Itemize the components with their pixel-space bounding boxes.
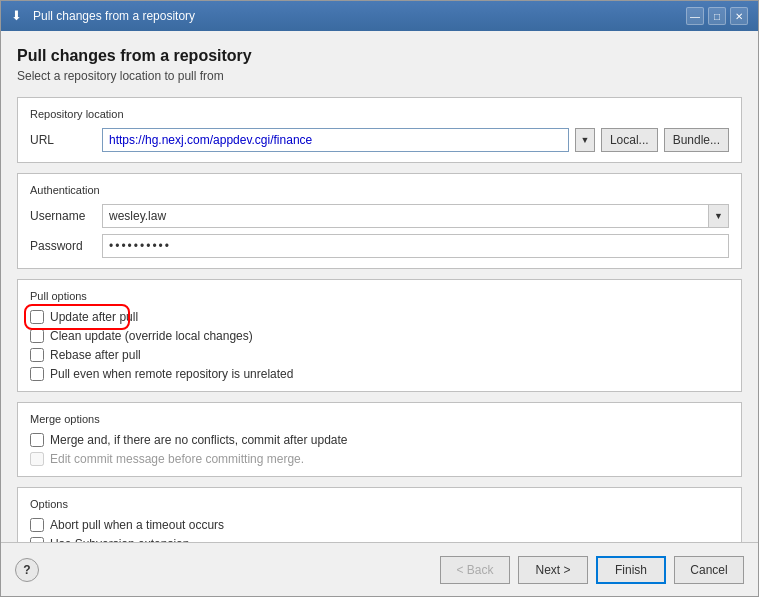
option-row-update-after-pull: Update after pull: [30, 310, 729, 324]
dialog-window: ⬇ Pull changes from a repository — □ ✕ P…: [0, 0, 759, 597]
option-row-abort-timeout: Abort pull when a timeout occurs: [30, 518, 729, 532]
authentication-section-label: Authentication: [30, 184, 729, 196]
url-input-wrapper: ▼ Local... Bundle...: [102, 128, 729, 152]
options-section-label: Options: [30, 498, 729, 510]
url-dropdown-button[interactable]: ▼: [575, 128, 595, 152]
repository-section: Repository location URL ▼ Local... Bundl…: [17, 97, 742, 163]
content-area: Repository location URL ▼ Local... Bundl…: [17, 97, 742, 542]
pull-options-section: Pull options Update after pull Clean upd…: [17, 279, 742, 392]
footer-right: < Back Next > Finish Cancel: [440, 556, 744, 584]
title-bar: ⬇ Pull changes from a repository — □ ✕: [1, 1, 758, 31]
title-bar-title: Pull changes from a repository: [33, 9, 195, 23]
finish-button[interactable]: Finish: [596, 556, 666, 584]
option-row-merge-commit: Merge and, if there are no conflicts, co…: [30, 433, 729, 447]
rebase-label: Rebase after pull: [50, 348, 141, 362]
abort-timeout-label: Abort pull when a timeout occurs: [50, 518, 224, 532]
password-input[interactable]: [102, 234, 729, 258]
update-after-pull-label: Update after pull: [50, 310, 138, 324]
footer-left: ?: [15, 558, 39, 582]
page-subtitle: Select a repository location to pull fro…: [17, 69, 742, 83]
username-label: Username: [30, 209, 102, 223]
clean-update-checkbox[interactable]: [30, 329, 44, 343]
title-bar-controls: — □ ✕: [686, 7, 748, 25]
option-row-clean-update: Clean update (override local changes): [30, 329, 729, 343]
merge-options-label: Merge options: [30, 413, 729, 425]
unrelated-checkbox[interactable]: [30, 367, 44, 381]
bundle-button[interactable]: Bundle...: [664, 128, 729, 152]
maximize-button[interactable]: □: [708, 7, 726, 25]
page-title: Pull changes from a repository: [17, 47, 742, 65]
username-dropdown-button[interactable]: ▼: [709, 204, 729, 228]
password-row: Password: [30, 234, 729, 258]
window-body: Pull changes from a repository Select a …: [1, 31, 758, 542]
repository-section-label: Repository location: [30, 108, 729, 120]
authentication-section: Authentication Username ▼ Password: [17, 173, 742, 269]
option-row-edit-commit: Edit commit message before committing me…: [30, 452, 729, 466]
option-row-unrelated: Pull even when remote repository is unre…: [30, 367, 729, 381]
footer: ? < Back Next > Finish Cancel: [1, 542, 758, 596]
rebase-checkbox[interactable]: [30, 348, 44, 362]
next-button[interactable]: Next >: [518, 556, 588, 584]
window-icon: ⬇: [11, 8, 27, 24]
options-section: Options Abort pull when a timeout occurs…: [17, 487, 742, 542]
edit-commit-checkbox[interactable]: [30, 452, 44, 466]
edit-commit-label: Edit commit message before committing me…: [50, 452, 304, 466]
back-button[interactable]: < Back: [440, 556, 510, 584]
minimize-button[interactable]: —: [686, 7, 704, 25]
password-label: Password: [30, 239, 102, 253]
cancel-button[interactable]: Cancel: [674, 556, 744, 584]
url-label: URL: [30, 133, 102, 147]
title-bar-left: ⬇ Pull changes from a repository: [11, 8, 195, 24]
url-input[interactable]: [102, 128, 569, 152]
abort-timeout-checkbox[interactable]: [30, 518, 44, 532]
merge-commit-checkbox[interactable]: [30, 433, 44, 447]
close-button[interactable]: ✕: [730, 7, 748, 25]
option-row-rebase: Rebase after pull: [30, 348, 729, 362]
merge-options-section: Merge options Merge and, if there are no…: [17, 402, 742, 477]
url-row: URL ▼ Local... Bundle...: [30, 128, 729, 152]
clean-update-label: Clean update (override local changes): [50, 329, 253, 343]
local-button[interactable]: Local...: [601, 128, 658, 152]
update-after-pull-checkbox[interactable]: [30, 310, 44, 324]
username-input[interactable]: [102, 204, 709, 228]
unrelated-label: Pull even when remote repository is unre…: [50, 367, 293, 381]
username-row: Username ▼: [30, 204, 729, 228]
merge-commit-label: Merge and, if there are no conflicts, co…: [50, 433, 347, 447]
username-wrapper: ▼: [102, 204, 729, 228]
pull-options-label: Pull options: [30, 290, 729, 302]
help-button[interactable]: ?: [15, 558, 39, 582]
